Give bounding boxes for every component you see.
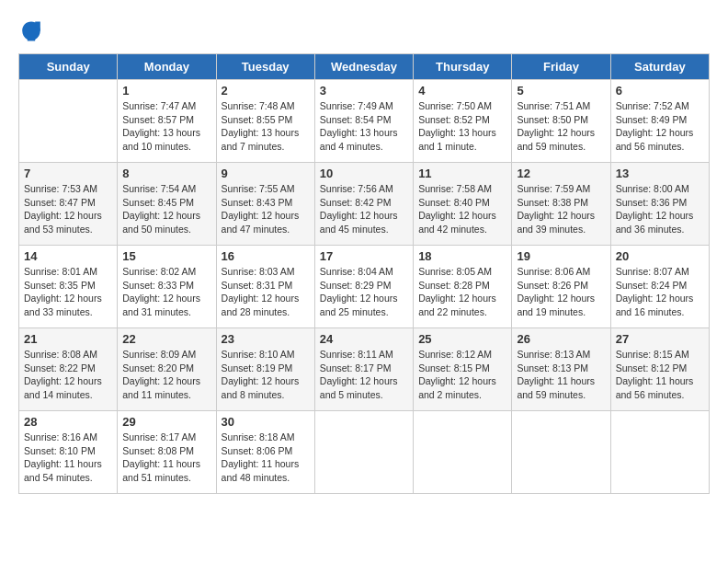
day-info: Sunrise: 7:49 AM Sunset: 8:54 PM Dayligh… <box>320 99 408 154</box>
day-number: 15 <box>122 249 210 263</box>
header-wednesday: Wednesday <box>314 54 413 80</box>
day-info: Sunrise: 8:12 AM Sunset: 8:15 PM Dayligh… <box>418 348 506 402</box>
calendar-cell: 19Sunrise: 8:06 AM Sunset: 8:26 PM Dayli… <box>512 246 610 328</box>
calendar-cell: 15Sunrise: 8:02 AM Sunset: 8:33 PM Dayli… <box>118 246 216 328</box>
day-number: 30 <box>222 415 310 429</box>
calendar-cell: 1Sunrise: 7:47 AM Sunset: 8:57 PM Daylig… <box>118 80 216 163</box>
week-row-3: 21Sunrise: 8:08 AM Sunset: 8:22 PM Dayli… <box>19 328 710 411</box>
header-sunday: Sunday <box>19 54 118 80</box>
header-thursday: Thursday <box>414 54 512 80</box>
day-number: 24 <box>320 332 408 346</box>
header <box>18 18 710 44</box>
calendar-cell: 7Sunrise: 7:53 AM Sunset: 8:47 PM Daylig… <box>19 163 118 246</box>
day-number: 13 <box>616 167 704 180</box>
day-info: Sunrise: 8:06 AM Sunset: 8:26 PM Dayligh… <box>517 265 605 319</box>
calendar-cell: 4Sunrise: 7:50 AM Sunset: 8:52 PM Daylig… <box>414 80 512 163</box>
day-number: 5 <box>517 84 605 98</box>
day-info: Sunrise: 7:47 AM Sunset: 8:57 PM Dayligh… <box>122 99 210 154</box>
day-info: Sunrise: 8:01 AM Sunset: 8:35 PM Dayligh… <box>24 265 112 319</box>
calendar-cell: 30Sunrise: 8:18 AM Sunset: 8:06 PM Dayli… <box>216 411 314 494</box>
day-number: 26 <box>517 332 605 346</box>
day-info: Sunrise: 7:50 AM Sunset: 8:52 PM Dayligh… <box>418 99 506 154</box>
day-number: 19 <box>517 249 605 263</box>
calendar-cell: 22Sunrise: 8:09 AM Sunset: 8:20 PM Dayli… <box>118 328 216 411</box>
calendar-cell: 21Sunrise: 8:08 AM Sunset: 8:22 PM Dayli… <box>19 328 118 411</box>
day-number: 14 <box>24 249 112 263</box>
calendar-cell: 13Sunrise: 8:00 AM Sunset: 8:36 PM Dayli… <box>610 163 709 246</box>
day-number: 8 <box>122 167 210 180</box>
calendar-cell: 27Sunrise: 8:15 AM Sunset: 8:12 PM Dayli… <box>610 328 709 411</box>
calendar-cell: 17Sunrise: 8:04 AM Sunset: 8:29 PM Dayli… <box>314 246 413 328</box>
calendar-cell: 24Sunrise: 8:11 AM Sunset: 8:17 PM Dayli… <box>314 328 413 411</box>
week-row-0: 1Sunrise: 7:47 AM Sunset: 8:57 PM Daylig… <box>19 80 710 163</box>
day-info: Sunrise: 8:18 AM Sunset: 8:06 PM Dayligh… <box>222 431 310 485</box>
calendar-cell: 18Sunrise: 8:05 AM Sunset: 8:28 PM Dayli… <box>414 246 512 328</box>
calendar-cell: 16Sunrise: 8:03 AM Sunset: 8:31 PM Dayli… <box>216 246 314 328</box>
day-number: 20 <box>616 249 704 263</box>
day-info: Sunrise: 8:17 AM Sunset: 8:08 PM Dayligh… <box>122 431 210 485</box>
calendar-cell: 6Sunrise: 7:52 AM Sunset: 8:49 PM Daylig… <box>610 80 709 163</box>
day-number: 7 <box>24 167 112 180</box>
calendar-cell: 26Sunrise: 8:13 AM Sunset: 8:13 PM Dayli… <box>512 328 610 411</box>
calendar-cell: 8Sunrise: 7:54 AM Sunset: 8:45 PM Daylig… <box>118 163 216 246</box>
calendar-cell: 3Sunrise: 7:49 AM Sunset: 8:54 PM Daylig… <box>314 80 413 163</box>
day-info: Sunrise: 7:58 AM Sunset: 8:40 PM Dayligh… <box>418 182 506 236</box>
header-friday: Friday <box>512 54 610 80</box>
day-info: Sunrise: 8:11 AM Sunset: 8:17 PM Dayligh… <box>320 348 408 402</box>
day-info: Sunrise: 8:10 AM Sunset: 8:19 PM Dayligh… <box>222 348 310 402</box>
day-info: Sunrise: 7:48 AM Sunset: 8:55 PM Dayligh… <box>222 99 310 154</box>
day-info: Sunrise: 8:02 AM Sunset: 8:33 PM Dayligh… <box>122 265 210 319</box>
calendar-cell <box>414 411 512 494</box>
day-info: Sunrise: 8:00 AM Sunset: 8:36 PM Dayligh… <box>616 182 704 236</box>
day-info: Sunrise: 7:54 AM Sunset: 8:45 PM Dayligh… <box>122 182 210 236</box>
week-row-2: 14Sunrise: 8:01 AM Sunset: 8:35 PM Dayli… <box>19 246 710 328</box>
calendar-cell: 29Sunrise: 8:17 AM Sunset: 8:08 PM Dayli… <box>118 411 216 494</box>
day-number: 28 <box>24 415 112 429</box>
day-number: 11 <box>418 167 506 180</box>
header-monday: Monday <box>118 54 216 80</box>
day-number: 9 <box>222 167 310 180</box>
day-number: 4 <box>418 84 506 98</box>
logo <box>18 18 48 44</box>
calendar-header: SundayMondayTuesdayWednesdayThursdayFrid… <box>19 54 710 80</box>
day-info: Sunrise: 8:03 AM Sunset: 8:31 PM Dayligh… <box>222 265 310 319</box>
day-number: 1 <box>122 84 210 98</box>
calendar-cell: 12Sunrise: 7:59 AM Sunset: 8:38 PM Dayli… <box>512 163 610 246</box>
day-info: Sunrise: 8:08 AM Sunset: 8:22 PM Dayligh… <box>24 348 112 402</box>
calendar-cell: 25Sunrise: 8:12 AM Sunset: 8:15 PM Dayli… <box>414 328 512 411</box>
header-row: SundayMondayTuesdayWednesdayThursdayFrid… <box>19 54 710 80</box>
day-number: 27 <box>616 332 704 346</box>
day-number: 23 <box>222 332 310 346</box>
calendar-cell: 23Sunrise: 8:10 AM Sunset: 8:19 PM Dayli… <box>216 328 314 411</box>
day-number: 17 <box>320 249 408 263</box>
calendar-cell <box>19 80 118 163</box>
day-number: 25 <box>418 332 506 346</box>
day-number: 10 <box>320 167 408 180</box>
header-tuesday: Tuesday <box>216 54 314 80</box>
calendar-cell <box>314 411 413 494</box>
day-info: Sunrise: 8:07 AM Sunset: 8:24 PM Dayligh… <box>616 265 704 319</box>
week-row-1: 7Sunrise: 7:53 AM Sunset: 8:47 PM Daylig… <box>19 163 710 246</box>
calendar-cell: 5Sunrise: 7:51 AM Sunset: 8:50 PM Daylig… <box>512 80 610 163</box>
calendar-cell: 9Sunrise: 7:55 AM Sunset: 8:43 PM Daylig… <box>216 163 314 246</box>
day-info: Sunrise: 8:05 AM Sunset: 8:28 PM Dayligh… <box>418 265 506 319</box>
day-info: Sunrise: 7:56 AM Sunset: 8:42 PM Dayligh… <box>320 182 408 236</box>
calendar-cell: 2Sunrise: 7:48 AM Sunset: 8:55 PM Daylig… <box>216 80 314 163</box>
day-info: Sunrise: 8:16 AM Sunset: 8:10 PM Dayligh… <box>24 431 112 485</box>
calendar-cell: 14Sunrise: 8:01 AM Sunset: 8:35 PM Dayli… <box>19 246 118 328</box>
day-info: Sunrise: 7:52 AM Sunset: 8:49 PM Dayligh… <box>616 99 704 154</box>
calendar-cell: 10Sunrise: 7:56 AM Sunset: 8:42 PM Dayli… <box>314 163 413 246</box>
day-info: Sunrise: 7:51 AM Sunset: 8:50 PM Dayligh… <box>517 99 605 154</box>
day-info: Sunrise: 8:13 AM Sunset: 8:13 PM Dayligh… <box>517 348 605 402</box>
calendar-cell <box>610 411 709 494</box>
day-number: 3 <box>320 84 408 98</box>
week-row-4: 28Sunrise: 8:16 AM Sunset: 8:10 PM Dayli… <box>19 411 710 494</box>
calendar-cell: 28Sunrise: 8:16 AM Sunset: 8:10 PM Dayli… <box>19 411 118 494</box>
day-number: 21 <box>24 332 112 346</box>
day-info: Sunrise: 8:15 AM Sunset: 8:12 PM Dayligh… <box>616 348 704 402</box>
day-number: 18 <box>418 249 506 263</box>
day-number: 6 <box>616 84 704 98</box>
day-info: Sunrise: 7:55 AM Sunset: 8:43 PM Dayligh… <box>222 182 310 236</box>
header-saturday: Saturday <box>610 54 709 80</box>
day-info: Sunrise: 7:59 AM Sunset: 8:38 PM Dayligh… <box>517 182 605 236</box>
